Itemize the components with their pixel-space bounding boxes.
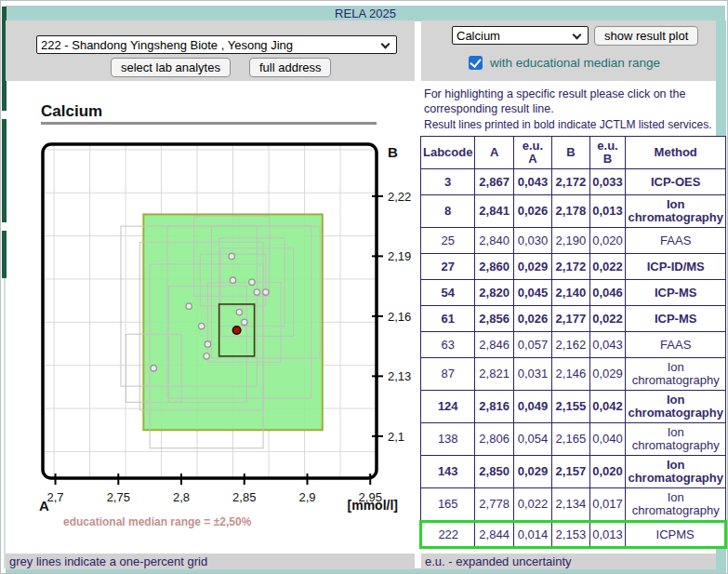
table-cell: 2,155 [552, 391, 589, 423]
table-cell: 2,844 [475, 522, 513, 548]
table-cell: 2,846 [475, 332, 513, 358]
table-cell: 0,042 [589, 391, 626, 423]
table-cell: 63 [421, 332, 475, 358]
table-row-lab-27[interactable]: 272,8600,0292,1720,022ICP-ID/MS [421, 254, 726, 280]
axis-unit-label: [mmol/l] [324, 498, 398, 513]
table-cell: FAAS [626, 332, 726, 358]
table-cell: 2,140 [552, 280, 589, 306]
table-cell: Ion chromatography [626, 423, 726, 456]
title-bar: RELA 2025 [6, 6, 725, 21]
table-row-lab-124[interactable]: 1242,8160,0492,1550,042Ion chromatograph… [421, 391, 726, 423]
table-cell: 0,045 [513, 280, 551, 306]
table-cell: 2,190 [552, 228, 589, 254]
table-row-lab-8[interactable]: 82,8410,0262,1780,013Ion chromatography [421, 195, 726, 228]
table-cell: 61 [421, 306, 475, 332]
table-cell: 2,850 [475, 456, 513, 488]
table-header-cell: e.u. B [589, 137, 626, 169]
table-cell: 2,778 [475, 488, 513, 522]
show-result-plot-button[interactable]: show result plot [594, 26, 698, 46]
table-cell: 2,841 [475, 195, 513, 228]
table-cell: 0,013 [589, 522, 626, 548]
table-cell: 0,029 [513, 456, 551, 488]
page-title: RELA 2025 [335, 7, 396, 20]
table-cell: 0,022 [589, 306, 626, 332]
table-cell: 0,046 [589, 280, 626, 306]
table-cell: ICP-ID/MS [626, 254, 726, 280]
svg-text:2,9: 2,9 [298, 490, 315, 504]
table-row-lab-3[interactable]: 32,8670,0432,1720,033ICP-OES [421, 169, 726, 195]
table-cell: 2,134 [552, 488, 589, 522]
svg-text:2,22: 2,22 [388, 190, 411, 204]
table-cell: 0,031 [513, 358, 551, 391]
table-row-lab-87[interactable]: 872,8210,0312,1460,029Ion chromatography [421, 358, 726, 391]
table-cell: 0,022 [513, 488, 551, 522]
table-cell: ICPMS [626, 522, 726, 548]
status-bar-right: e.u. - expanded uncertainty [421, 554, 716, 569]
full-address-button[interactable]: full address [249, 58, 331, 77]
status-bar-left: grey lines indicate a one-percent grid [6, 554, 415, 569]
svg-text:2,19: 2,19 [388, 249, 411, 263]
table-cell: 2,172 [552, 169, 589, 195]
table-header-cell: Method [626, 137, 726, 169]
y-axis-label: B [388, 144, 398, 160]
table-cell: ICP-MS [626, 306, 726, 332]
results-table: LabcodeAe.u. ABe.u. BMethod 32,8670,0432… [419, 136, 727, 549]
table-cell: 2,172 [552, 254, 589, 280]
table-cell: 0,014 [513, 522, 551, 548]
table-cell: 0,030 [513, 228, 551, 254]
table-cell: 138 [421, 423, 475, 456]
table-cell: Ion chromatography [626, 358, 726, 391]
table-cell: 0,026 [513, 306, 551, 332]
table-header-row: LabcodeAe.u. ABe.u. BMethod [421, 137, 726, 169]
select-lab-analytes-button[interactable]: select lab analytes [111, 58, 231, 77]
lab-select[interactable]: 222 - Shandong Yingsheng Biote , Yesong … [36, 35, 397, 54]
table-header-cell: e.u. A [513, 137, 551, 169]
svg-text:2,16: 2,16 [388, 310, 411, 324]
table-cell: 0,054 [513, 423, 551, 456]
table-cell: 222 [421, 522, 475, 548]
table-row-lab-138[interactable]: 1382,8060,0542,1650,040Ion chromatograph… [421, 423, 726, 456]
svg-text:2,75: 2,75 [107, 490, 130, 504]
table-cell: 0,013 [589, 195, 626, 228]
table-cell: 87 [421, 358, 475, 391]
x-axis-label: A [39, 498, 49, 514]
svg-text:2,8: 2,8 [173, 490, 190, 504]
table-cell: Ion chromatography [626, 391, 726, 423]
table-row-lab-25[interactable]: 252,8400,0302,1900,020FAAS [421, 228, 726, 254]
table-row-lab-61[interactable]: 612,8560,0262,1770,022ICP-MS [421, 306, 726, 332]
table-row-lab-165[interactable]: 1652,7780,0222,1340,017Ion chromatograph… [421, 488, 726, 522]
jctlm-hint-text: Result lines printed in bold indicate JC… [424, 118, 711, 131]
table-cell: 0,020 [589, 456, 626, 488]
table-header-cell: Labcode [421, 137, 475, 169]
table-row-lab-222[interactable]: 2222,8440,0142,1530,013ICPMS [421, 522, 726, 548]
table-cell: Ion chromatography [626, 456, 726, 488]
table-cell: 27 [421, 254, 475, 280]
table-cell: 2,820 [475, 280, 513, 306]
table-cell: 0,043 [589, 332, 626, 358]
svg-text:2,13: 2,13 [388, 369, 411, 383]
table-cell: 2,821 [475, 358, 513, 391]
table-cell: 0,017 [589, 488, 626, 522]
table-cell: 2,806 [475, 423, 513, 456]
svg-text:2,7: 2,7 [47, 490, 64, 504]
table-cell: 2,177 [552, 306, 589, 332]
table-cell: 143 [421, 456, 475, 488]
table-cell: 0,057 [513, 332, 551, 358]
median-range-checkbox[interactable] [469, 56, 483, 70]
rela-results-page: RELA 2025 222 - Shandong Yingsheng Biote… [0, 0, 728, 574]
table-cell: 2,816 [475, 391, 513, 423]
table-cell: 8 [421, 195, 475, 228]
table-cell: 2,165 [552, 423, 589, 456]
median-range-checkbox-label: with educational median range [490, 56, 660, 70]
table-cell: 0,020 [589, 228, 626, 254]
result-plot: 2,72,752,82,852,92,952,12,132,162,192,22 [1, 89, 415, 554]
highlight-hint-text: For highlighting a specific result pleas… [424, 87, 707, 116]
table-cell: 0,033 [589, 169, 626, 195]
table-cell: FAAS [626, 228, 726, 254]
table-cell: 0,043 [513, 169, 551, 195]
table-cell: 0,029 [513, 254, 551, 280]
table-row-lab-143[interactable]: 1432,8500,0292,1570,020Ion chromatograph… [421, 456, 726, 488]
analyte-select[interactable]: Calcium [452, 26, 589, 45]
table-row-lab-63[interactable]: 632,8460,0572,1620,043FAAS [421, 332, 726, 358]
table-row-lab-54[interactable]: 542,8200,0452,1400,046ICP-MS [421, 280, 726, 306]
